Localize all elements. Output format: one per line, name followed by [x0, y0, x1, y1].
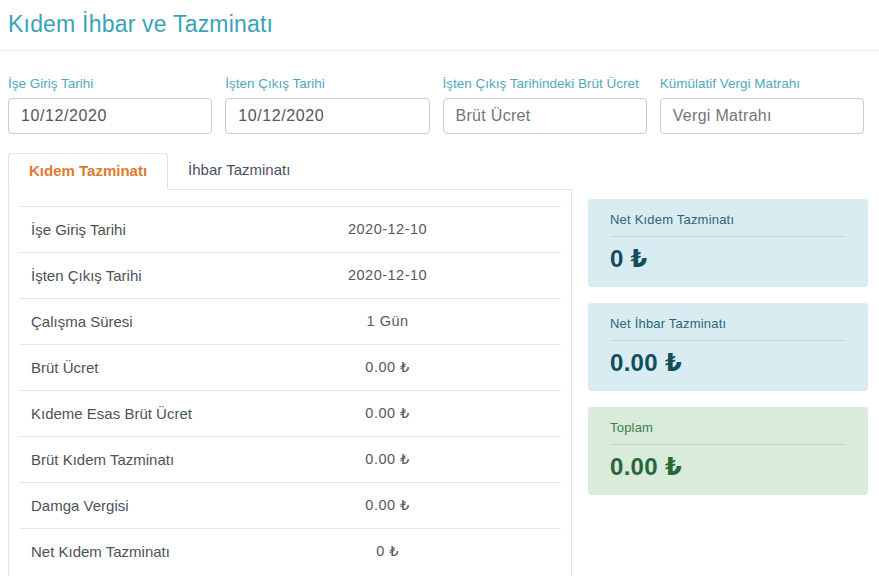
- net-ihbar-tazminati-card: Net İhbar Tazminatı 0.00 ₺: [588, 303, 868, 391]
- row-value: 0.00 ₺: [214, 483, 561, 529]
- field-ise-giris-tarihi: İşe Giriş Tarihi: [8, 76, 212, 134]
- field-label: Kümülatif Vergi Matrahı: [660, 76, 864, 91]
- row-value: 0 ₺: [214, 529, 561, 575]
- row-value: 0.00 ₺: [214, 391, 561, 437]
- field-vergi-matrahi: Kümülatif Vergi Matrahı: [660, 76, 864, 134]
- row-label: Çalışma Süresi: [19, 299, 214, 345]
- field-label: İşten Çıkış Tarihindeki Brüt Ücret: [443, 76, 647, 91]
- table-row: İşe Giriş Tarihi 2020-12-10: [19, 207, 561, 253]
- vergi-matrahi-input[interactable]: [660, 98, 864, 134]
- brut-ucret-input[interactable]: [443, 98, 647, 134]
- tab-kidem-tazminati[interactable]: Kıdem Tazminatı: [8, 153, 168, 190]
- card-value: 0 ₺: [610, 245, 846, 273]
- summary-column: Net Kıdem Tazminatı 0 ₺ Net İhbar Tazmin…: [588, 153, 868, 511]
- table-row: Brüt Kıdem Tazminatı 0.00 ₺: [19, 437, 561, 483]
- page-title: Kıdem İhbar ve Tazminatı: [8, 0, 864, 38]
- field-brut-ucret: İşten Çıkış Tarihindeki Brüt Ücret: [443, 76, 647, 134]
- tab-bar: Kıdem Tazminatı İhbar Tazminatı: [8, 153, 572, 190]
- title-divider: [0, 50, 879, 51]
- table-row: Çalışma Süresi 1 Gün: [19, 299, 561, 345]
- field-label: İşe Giriş Tarihi: [8, 76, 212, 91]
- card-title: Net Kıdem Tazminatı: [610, 212, 846, 227]
- table-row: Net Kıdem Tazminatı 0 ₺: [19, 529, 561, 575]
- row-label: Net Kıdem Tazminatı: [19, 529, 214, 575]
- row-value: 2020-12-10: [214, 253, 561, 299]
- main-area: Kıdem Tazminatı İhbar Tazminatı İşe Giri…: [8, 153, 864, 576]
- isten-cikis-tarihi-input[interactable]: [225, 98, 429, 134]
- card-value: 0.00 ₺: [610, 453, 846, 481]
- card-title: Net İhbar Tazminatı: [610, 316, 846, 331]
- card-value: 0.00 ₺: [610, 349, 846, 377]
- card-divider: [610, 236, 846, 237]
- calculator-form: İşe Giriş Tarihi İşten Çıkış Tarihi İşte…: [8, 76, 864, 134]
- toplam-card: Toplam 0.00 ₺: [588, 407, 868, 495]
- row-label: Brüt Ücret: [19, 345, 214, 391]
- row-value: 0.00 ₺: [214, 345, 561, 391]
- row-value: 0.00 ₺: [214, 437, 561, 483]
- results-panel: Kıdem Tazminatı İhbar Tazminatı İşe Giri…: [8, 153, 572, 576]
- row-label: İşe Giriş Tarihi: [19, 207, 214, 253]
- row-value: 2020-12-10: [214, 207, 561, 253]
- row-label: İşten Çıkış Tarihi: [19, 253, 214, 299]
- ise-giris-tarihi-input[interactable]: [8, 98, 212, 134]
- row-label: Damga Vergisi: [19, 483, 214, 529]
- row-label: Kıdeme Esas Brüt Ücret: [19, 391, 214, 437]
- field-label: İşten Çıkış Tarihi: [225, 76, 429, 91]
- table-row: İşten Çıkış Tarihi 2020-12-10: [19, 253, 561, 299]
- card-divider: [610, 340, 846, 341]
- page: Kıdem İhbar ve Tazminatı İşe Giriş Tarih…: [0, 0, 879, 576]
- card-divider: [610, 444, 846, 445]
- table-row: Kıdeme Esas Brüt Ücret 0.00 ₺: [19, 391, 561, 437]
- net-kidem-tazminati-card: Net Kıdem Tazminatı 0 ₺: [588, 199, 868, 287]
- tab-content-kidem: İşe Giriş Tarihi 2020-12-10 İşten Çıkış …: [8, 190, 572, 576]
- table-row: Brüt Ücret 0.00 ₺: [19, 345, 561, 391]
- tab-ihbar-tazminati[interactable]: İhbar Tazminatı: [168, 153, 310, 189]
- row-label: Brüt Kıdem Tazminatı: [19, 437, 214, 483]
- row-value: 1 Gün: [214, 299, 561, 345]
- kidem-results-table: İşe Giriş Tarihi 2020-12-10 İşten Çıkış …: [19, 206, 561, 574]
- card-title: Toplam: [610, 420, 846, 435]
- table-row: Damga Vergisi 0.00 ₺: [19, 483, 561, 529]
- field-isten-cikis-tarihi: İşten Çıkış Tarihi: [225, 76, 429, 134]
